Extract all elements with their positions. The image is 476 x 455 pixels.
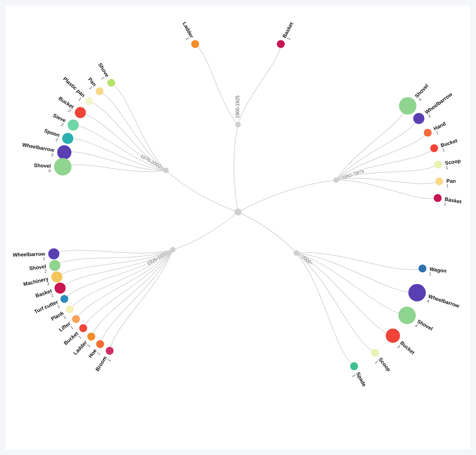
leaf-count: 2 [46,281,50,286]
leaf-label: Bucket [58,95,75,110]
leaf-count: 1 [69,325,74,330]
leaf-node [430,144,438,152]
leaf-node [57,145,71,160]
leaf-node [66,305,74,313]
leaf-node [72,315,80,323]
leaf-label: Hand [432,120,447,131]
leaf-count: 1 [429,271,432,276]
radial-tree-diagram: 1900-1925Basket1Ladder11951-1975Basket1P… [0,0,476,455]
leaf-label: Basket [444,196,462,204]
leaf-label: Broom [94,355,108,372]
leaf-count: 2 [55,137,59,142]
leaf-count: 1 [435,130,439,135]
leaf-node [54,283,65,294]
leaf-node [191,40,199,48]
leaf-edge [195,44,238,125]
leaf-label: Bucket [63,330,80,346]
leaf-label: Spoon [43,127,60,138]
leaf-edge [91,250,173,337]
leaf-label: Scoop [377,357,392,373]
leaf-node [79,324,87,332]
leaf-node [413,113,424,124]
leaf-count: 1 [374,360,379,364]
leaf-edge [63,165,166,172]
branch-edge [238,180,336,212]
leaf-count: 4 [414,323,418,328]
leaf-count: 2 [44,268,47,274]
leaf-label: Plastic pan [62,76,86,98]
leaf-node [418,264,426,272]
tree-svg: 1900-1925Basket1Ladder11951-1975Basket1P… [6,6,470,449]
leaf-count: 4 [48,168,51,173]
leaf-label: Wheelbarrow [13,251,46,258]
leaf-count: 1 [86,343,91,348]
leaf-edge [296,253,354,366]
leaf-edge [109,250,173,351]
leaf-count: 2 [67,108,72,113]
leaf-node [399,97,416,115]
leaf-node [96,340,104,348]
leaf-label: Spade [355,371,367,388]
leaf-edge [336,118,419,180]
leaf-count: 3 [51,152,54,157]
leaf-node [75,107,86,118]
leaf-node [67,120,79,131]
leaf-count: 2 [427,114,432,119]
leaf-node [49,260,60,271]
leaf-count: 2 [60,122,65,127]
leaf-edge [57,250,173,277]
leaf-count: 1 [185,37,190,41]
leaf-edge [238,44,281,125]
leaf-node [87,333,95,341]
branch-edge [173,212,238,250]
leaf-edge [336,106,408,180]
leaf-count: 3 [396,344,401,349]
branch-edge [234,125,238,212]
leaf-node [398,307,416,324]
leaf-node [435,177,443,185]
leaf-edge [336,180,438,199]
category-label: 1900-1925 [235,95,240,118]
leaf-count: 1 [77,334,83,339]
leaf-label: Bucket [440,137,458,148]
leaf-count: 1 [62,314,67,320]
leaf-label: Wheelbarrow [22,142,55,153]
leaf-node [350,362,358,370]
leaf-node [107,79,115,87]
branch-edge [166,170,238,212]
leaf-count: 1 [441,147,445,152]
leaf-label: Wagon [429,266,447,274]
leaf-edge [296,253,375,353]
leaf-node [106,347,113,355]
leaf-label: Shovel [416,318,434,332]
leaf-count: 1 [445,165,449,170]
leaf-label: Ladder [72,339,88,356]
leaf-count: 1 [443,201,447,206]
leaf-label: Sieve [52,112,67,123]
leaf-count: 1 [88,85,94,90]
leaf-label: Wheelbarrow [424,91,453,115]
leaf-node [408,284,426,301]
leaf-node [48,248,60,259]
leaf-count: 1 [351,374,357,378]
leaf-node [62,133,73,144]
leaf-count: 1 [56,304,61,309]
leaf-node [277,40,285,48]
leaf-node [60,295,68,303]
branch-edge [238,212,296,253]
leaf-count: 4 [426,298,430,303]
leaf-node [371,349,379,357]
leaf-label: Wheelbarrow [428,293,461,309]
leaf-count: 2 [43,256,46,261]
leaf-node [85,97,93,105]
leaf-count: 1 [446,183,449,188]
leaf-node [434,194,441,202]
leaf-node [434,160,442,168]
leaf-label: Basket [281,21,295,39]
leaf-count: 1 [78,96,83,102]
leaf-count: 1 [106,358,111,362]
leaf-label: Machinery [23,276,49,287]
leaf-count: 1 [286,37,291,41]
leaf-label: Ladder [182,21,195,39]
leaf-edge [296,253,417,293]
